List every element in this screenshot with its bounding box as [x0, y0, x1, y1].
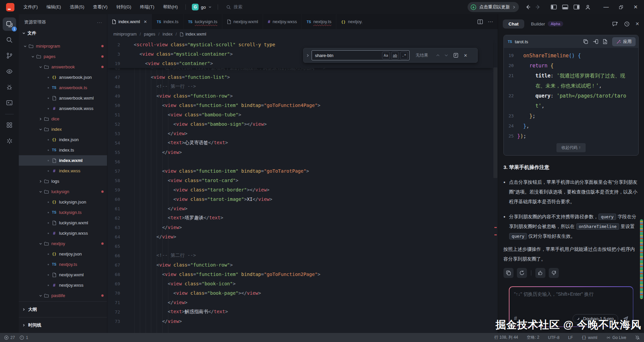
copy-message-icon[interactable] [503, 268, 514, 278]
go-live-button[interactable]: Go Live [606, 335, 626, 340]
tree-file-luckysign.wxss[interactable]: #luckysign.wxss [19, 228, 107, 238]
tree-folder-pages[interactable]: pages [19, 51, 107, 62]
tab-index.ts[interactable]: TSindex.ts [152, 14, 183, 29]
tree-file-answerbook.wxml[interactable]: answerbook.wxml [19, 93, 107, 103]
encoding[interactable]: UTF-8 [548, 335, 559, 340]
tree-file-index.wxml[interactable]: index.wxml [19, 155, 107, 166]
tree-file-luckysign.json[interactable]: {}luckysign.json [19, 197, 107, 207]
tree-folder-answerbook[interactable]: answerbook [19, 62, 107, 72]
menu-终端(T)[interactable]: 终端(T) [136, 2, 159, 12]
code-editor[interactable]: 46 <!-- 在function-list中新增两个新的功能模块，调整原有的功… [107, 39, 498, 333]
tree-folder-nextjoy[interactable]: nextjoy [19, 238, 107, 249]
language-mode[interactable]: {}wxml [582, 335, 597, 340]
terminal-icon[interactable] [3, 96, 16, 110]
tree-file-index.ts[interactable]: TSindex.ts [19, 145, 107, 155]
tree-file-nextjoy.ts[interactable]: TSnextjoy.ts [19, 259, 107, 270]
find-close-icon[interactable]: ✕ [464, 53, 468, 58]
minimize-button[interactable]: — [601, 2, 611, 12]
tab-nextjoy.ts[interactable]: TSnextjoy.ts [302, 14, 336, 29]
project-switcher[interactable]: G go [189, 3, 214, 11]
tab-close-icon[interactable]: ✕ [144, 19, 147, 24]
tree-folder-index[interactable]: index [19, 124, 107, 134]
thumbs-up-icon[interactable] [535, 268, 545, 278]
menu-文件(F)[interactable]: 文件(F) [19, 2, 42, 12]
tree-folder-miniprogram[interactable]: miniprogram [19, 41, 107, 51]
debug-icon[interactable] [3, 80, 16, 94]
tree-file-luckysign.ts[interactable]: TSluckysign.ts [19, 207, 107, 218]
tab-index.wxml[interactable]: index.wxml✕ [107, 14, 152, 29]
indent-setting[interactable]: 空格: 2 [527, 335, 539, 340]
outline-section[interactable]: 大纲 [19, 301, 107, 317]
menu-查看(V)[interactable]: 查看(V) [89, 2, 112, 12]
tree-folder-pastlife[interactable]: pastlife [19, 290, 107, 301]
tree-file-answerbook.ts[interactable]: TSanswerbook.ts [19, 82, 107, 93]
search-sidebar-icon[interactable] [3, 33, 16, 47]
regex-button[interactable]: .* [400, 52, 408, 59]
source-control-icon[interactable] [3, 49, 16, 62]
notifications-muted-icon[interactable] [635, 335, 640, 340]
tree-file-index.json[interactable]: {}index.json [19, 134, 107, 145]
apps-grid-icon[interactable] [3, 118, 16, 132]
tree-file-answerbook.wxss[interactable]: #answerbook.wxss [19, 103, 107, 114]
apply-code-button[interactable]: 应用 [612, 37, 636, 46]
global-search[interactable]: 搜索 [226, 4, 243, 10]
tree-file-nextjoy.wxml[interactable]: nextjoy.wxml [19, 270, 107, 280]
sidebar-more-icon[interactable]: ··· [97, 20, 102, 25]
find-in-selection-icon[interactable] [453, 53, 459, 58]
problems-warnings[interactable]: 1 [19, 335, 28, 340]
tree-file-luckysign.wxml[interactable]: luckysign.wxml [19, 218, 107, 228]
new-chat-icon[interactable] [612, 21, 618, 27]
problems-errors[interactable]: 27 [4, 335, 15, 340]
explorer-icon[interactable]: 1 [3, 17, 16, 31]
cursor-position[interactable]: 行 108, 列 44 [494, 335, 518, 340]
breadcrumb-item[interactable]: index [163, 32, 173, 37]
breadcrumb[interactable]: miniprogram/pages/index/index.wxml [107, 29, 498, 39]
files-section-header[interactable]: 文件 [19, 27, 107, 39]
tab-builder[interactable]: Builder [531, 21, 545, 26]
toggle-left-sidebar-icon[interactable] [550, 4, 557, 10]
restart-update-button[interactable]: 点击重启以更新 [468, 2, 519, 12]
tab-chat[interactable]: Chat [503, 19, 524, 28]
find-prev-icon[interactable] [436, 54, 440, 57]
menu-编辑(E)[interactable]: 编辑(E) [42, 2, 65, 12]
timeline-section[interactable]: 时间线 [19, 317, 107, 333]
openai-icon[interactable] [3, 134, 16, 148]
chat-messages[interactable]: TS tarot.ts 应用 19 onShareTimelin [498, 30, 644, 333]
whole-word-button[interactable]: ab [391, 52, 399, 59]
split-editor-icon[interactable] [477, 19, 483, 24]
close-panel-icon[interactable]: ✕ [635, 21, 639, 26]
copy-icon[interactable] [583, 39, 588, 44]
regenerate-icon[interactable] [517, 268, 527, 278]
tree-file-nextjoy.json[interactable]: {}nextjoy.json [19, 249, 107, 259]
preview-icon[interactable] [3, 65, 16, 78]
breadcrumb-item[interactable]: pages [144, 32, 155, 37]
chat-scrollbar[interactable] [640, 219, 643, 299]
editor-scrollbar[interactable] [493, 67, 497, 178]
find-next-icon[interactable] [444, 54, 448, 57]
breadcrumb-file[interactable]: index.wxml [180, 32, 206, 37]
menu-选择(S)[interactable]: 选择(S) [65, 2, 89, 12]
find-input[interactable]: share-btn Aa ab .* [312, 50, 410, 60]
toggle-bottom-panel-icon[interactable] [562, 4, 569, 10]
tree-file-index.wxss[interactable]: #index.wxss [19, 166, 107, 176]
back-button[interactable] [525, 4, 531, 10]
find-expand-icon[interactable] [304, 54, 312, 57]
eol-setting[interactable]: LF [568, 335, 573, 340]
history-icon[interactable] [624, 21, 630, 27]
tab-nextjoy.wxss[interactable]: #nextjoy.wxss [263, 14, 302, 29]
tree-folder-luckysign[interactable]: luckysign [19, 186, 107, 197]
account-icon[interactable] [585, 4, 591, 10]
app-logo-icon[interactable] [6, 3, 14, 11]
more-actions-icon[interactable]: ··· [488, 19, 493, 25]
collapse-code-button[interactable]: 收起代码 ↑ [556, 143, 586, 152]
new-file-icon[interactable] [603, 39, 608, 44]
menu-转到(G)[interactable]: 转到(G) [112, 2, 136, 12]
tree-folder-logs[interactable]: logs [19, 176, 107, 186]
tree-file-answerbook.json[interactable]: {}answerbook.json [19, 72, 107, 82]
tab-nextjoy.wxml[interactable]: nextjoy.wxml [222, 14, 263, 29]
forward-button[interactable] [535, 4, 541, 10]
tab-nextjoy.json[interactable]: {}nextjoy.json [336, 14, 363, 29]
match-case-button[interactable]: Aa [382, 52, 390, 59]
menu-帮助(H)[interactable]: 帮助(H) [159, 2, 182, 12]
close-button[interactable]: ✕ [631, 2, 641, 12]
